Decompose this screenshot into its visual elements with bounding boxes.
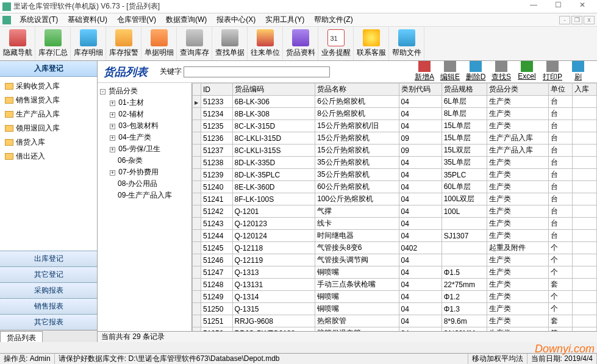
nav-header-inbound[interactable]: 入库登记 (0, 61, 97, 77)
toolbar-业务提醒[interactable]: 业务提醒 (318, 27, 354, 60)
cell[interactable]: 生产类 (487, 169, 549, 181)
action-删除D[interactable]: 删除D (463, 61, 488, 82)
cell[interactable]: 51233 (201, 96, 233, 108)
cell[interactable]: 100L双层 (441, 193, 487, 205)
toolbar-库存汇总[interactable]: 库存汇总 (35, 27, 71, 60)
col-header-3[interactable]: 类别代码 (399, 84, 441, 96)
cell[interactable]: 8B-LK-308 (232, 108, 315, 120)
cell[interactable] (573, 266, 597, 279)
cell[interactable]: 04 (399, 120, 441, 132)
table-row[interactable]: 51251RRJG-9608热熔胶管048*9.6m生产类套 (193, 315, 597, 327)
cell[interactable]: 8C-LK-315D (232, 120, 315, 132)
nav-item-4[interactable]: 借货入库 (0, 135, 97, 149)
cell[interactable] (573, 193, 597, 205)
table-row[interactable]: 51242Q-1201气撑04100L生产类台 (193, 205, 597, 218)
menu-5[interactable]: 实用工具(Y) (260, 13, 309, 26)
action-编辑E[interactable]: 编辑E (437, 61, 463, 82)
table-row[interactable]: 51249Q-1314铜喷嘴04Φ1.2生产类个 (193, 291, 597, 303)
cell[interactable]: 箱 (548, 327, 573, 332)
cell[interactable]: 铜喷嘴 (315, 291, 399, 303)
cell[interactable]: 8D-LK-335D (232, 157, 315, 169)
cell[interactable]: Q-12119 (232, 254, 315, 266)
cell[interactable]: 35公斤热熔胶机 (315, 169, 399, 181)
col-header-6[interactable]: 单位 (548, 84, 573, 96)
cell[interactable] (573, 145, 597, 157)
cell[interactable]: 生产类 (487, 218, 549, 230)
nav-section-1[interactable]: 其它登记 (0, 266, 97, 282)
cell[interactable]: 生产类 (487, 254, 549, 266)
cell[interactable] (573, 132, 597, 145)
cell[interactable]: 51240 (201, 181, 233, 193)
mdi-close-button[interactable]: x (584, 16, 595, 24)
cat-node-4[interactable]: + 05-劳保/卫生 (100, 143, 189, 155)
menu-2[interactable]: 仓库管理(V) (112, 13, 161, 26)
cell[interactable]: 6L单层 (441, 96, 487, 108)
cell[interactable]: Φ1.3 (441, 303, 487, 315)
cell[interactable]: 04 (399, 230, 441, 242)
nav-item-0[interactable]: 采购收货入库 (0, 79, 97, 93)
table-row[interactable]: 512368C-LKLI-315D15公斤热熔胶机0915L单层生产产品入库台 (193, 132, 597, 145)
cell[interactable]: Q-1315 (232, 303, 315, 315)
cell[interactable]: 100L (441, 205, 487, 218)
toolbar-货品资料[interactable]: 货品资料 (283, 27, 318, 60)
mdi-min-button[interactable]: - (559, 16, 570, 24)
cell[interactable] (573, 230, 597, 242)
cell[interactable] (573, 157, 597, 169)
cell[interactable]: 15L单层 (441, 132, 487, 145)
cell[interactable]: 个 (548, 254, 573, 266)
cell[interactable] (573, 327, 597, 332)
cell[interactable]: 51249 (201, 291, 233, 303)
action-Excel[interactable]: Excel (514, 61, 540, 82)
cell[interactable]: 生产类 (487, 120, 549, 132)
cell[interactable]: 个 (548, 303, 573, 315)
toolbar-库存报警[interactable]: 库存报警 (106, 27, 141, 60)
cat-node-1[interactable]: + 02-辅材 (100, 109, 189, 120)
cat-node-5[interactable]: 06-杂类 (100, 155, 189, 166)
cell[interactable]: 生产类 (487, 230, 549, 242)
cell[interactable]: 04 (399, 108, 441, 120)
cell[interactable]: 铜喷嘴 (315, 303, 399, 315)
table-row[interactable]: 51246Q-12119气管接头调节阀04生产类个 (193, 254, 597, 266)
nav-section-3[interactable]: 销售报表 (0, 298, 97, 314)
cell[interactable]: 04 (399, 205, 441, 218)
cell[interactable] (573, 279, 597, 291)
cell[interactable] (573, 254, 597, 266)
table-row[interactable]: 51250Q-1315铜喷嘴04Φ1.3生产类个 (193, 303, 597, 315)
cell[interactable]: 台 (548, 169, 573, 181)
cell[interactable]: 51248 (201, 279, 233, 291)
cell[interactable]: 起重及附件 (487, 242, 549, 254)
cell[interactable] (573, 120, 597, 132)
cell[interactable]: 51237 (201, 145, 233, 157)
col-header-5[interactable]: 货品分类 (487, 84, 549, 96)
cell[interactable]: 04 (399, 266, 441, 279)
table-row[interactable]: 51245Q-12118气管接头8变60402起重及附件个 (193, 242, 597, 254)
cell[interactable]: 15L双层 (441, 145, 487, 157)
toolbar-联系客服[interactable]: 联系客服 (354, 27, 389, 60)
cell[interactable]: 04 (399, 303, 441, 315)
cell[interactable]: 6B-LK-306 (232, 96, 315, 108)
cell[interactable]: 线卡 (315, 218, 399, 230)
action-新增A[interactable]: 新增A (412, 61, 437, 82)
tab-product-list[interactable]: 货品列表 (0, 331, 43, 342)
cell[interactable]: 51238 (201, 157, 233, 169)
cat-node-3[interactable]: + 04-生产类 (100, 132, 189, 143)
col-header-4[interactable]: 货品规格 (441, 84, 487, 96)
menu-3[interactable]: 数据查询(W) (161, 13, 212, 26)
cell[interactable] (573, 169, 597, 181)
cat-node-0[interactable]: + 01-主材 (100, 97, 189, 109)
table-row[interactable]: 512348B-LK-3088公斤热熔胶机048L单层生产类台 (193, 108, 597, 120)
menu-1[interactable]: 基础资料(U) (63, 13, 112, 26)
cell[interactable]: 个 (548, 266, 573, 279)
cell[interactable]: 04 (399, 291, 441, 303)
cell[interactable]: 台 (548, 218, 573, 230)
action-刷[interactable]: 刷 (565, 61, 591, 82)
nav-section-0[interactable]: 出库登记 (0, 251, 97, 266)
cell[interactable]: 生产类 (487, 279, 549, 291)
nav-item-5[interactable]: 借出还入 (0, 149, 97, 163)
cell[interactable]: 台 (548, 157, 573, 169)
cell[interactable]: 15公斤热熔胶机 (315, 145, 399, 157)
cell[interactable] (573, 315, 597, 327)
action-打印P[interactable]: 打印P (540, 61, 565, 82)
table-row[interactable]: 512388D-LK-335D35公斤热熔胶机0435L单层生产类台 (193, 157, 597, 169)
cell[interactable]: 04 (399, 254, 441, 266)
